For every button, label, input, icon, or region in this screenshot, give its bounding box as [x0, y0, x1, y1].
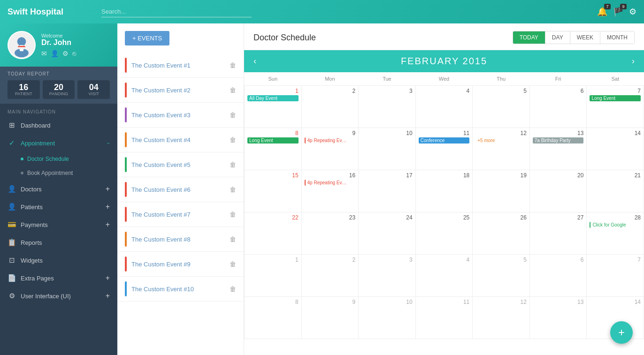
list-item[interactable]: The Custom Event #8 🗑: [117, 227, 244, 252]
list-item[interactable]: The Custom Event #2 🗑: [117, 78, 244, 103]
nav-item-doctors[interactable]: 👤 Doctors +: [0, 180, 117, 198]
settings-icon[interactable]: ⚙: [62, 50, 69, 57]
cal-cell[interactable]: 13 7a Birthday Party: [529, 128, 587, 170]
nav-item-reports[interactable]: 📋 Reports: [0, 234, 117, 251]
logout-icon[interactable]: ⎋: [72, 50, 76, 57]
nav-item-dashboard[interactable]: ⊞ Dashboard: [0, 116, 117, 134]
prev-month-button[interactable]: ‹: [249, 54, 261, 68]
fab-button[interactable]: +: [610, 321, 633, 344]
delete-icon[interactable]: 🗑: [230, 86, 236, 94]
day-number: 28: [590, 214, 641, 221]
cal-event[interactable]: 4p Repeating Ev…: [305, 137, 356, 144]
cal-cell[interactable]: 13: [529, 297, 587, 339]
view-today-button[interactable]: TODAY: [513, 31, 545, 44]
cal-cell[interactable]: 23: [301, 212, 359, 255]
cal-cell[interactable]: 1: [245, 255, 302, 297]
cal-cell[interactable]: 3: [359, 255, 416, 297]
cal-cell[interactable]: 6: [529, 255, 587, 297]
cal-cell[interactable]: 5: [473, 255, 530, 297]
cal-event[interactable]: 4p Repeating Ev…: [305, 180, 356, 186]
cal-cell[interactable]: 4: [415, 86, 473, 128]
cal-cell[interactable]: 11 Conference: [415, 128, 473, 170]
cal-cell[interactable]: 24: [359, 212, 416, 255]
cal-cell[interactable]: 25: [415, 212, 473, 255]
cal-cell[interactable]: 5: [473, 86, 530, 128]
view-day-button[interactable]: DAY: [545, 31, 570, 44]
notifications-btn[interactable]: 🔔 7: [597, 7, 607, 17]
delete-icon[interactable]: 🗑: [230, 235, 236, 243]
delete-icon[interactable]: 🗑: [230, 186, 236, 193]
search-input[interactable]: [101, 6, 252, 17]
list-item[interactable]: The Custom Event #7 🗑: [117, 202, 244, 227]
delete-icon[interactable]: 🗑: [230, 211, 236, 218]
nav-sub-book-appointment[interactable]: Book Appointment: [0, 166, 117, 180]
cal-cell[interactable]: 15: [245, 170, 302, 212]
list-item[interactable]: The Custom Event #6 🗑: [117, 177, 244, 202]
cal-cell[interactable]: 8 Long Event: [245, 128, 302, 170]
list-item[interactable]: The Custom Event #1 🗑: [117, 53, 244, 78]
cal-cell[interactable]: 21: [587, 170, 644, 212]
cal-cell[interactable]: 4: [415, 255, 473, 297]
cal-cell[interactable]: 19: [473, 170, 530, 212]
cal-cell[interactable]: 2: [301, 255, 359, 297]
cal-cell[interactable]: 20: [529, 170, 587, 212]
nav-item-ui[interactable]: ⚙ User Interface (UI) +: [0, 287, 117, 305]
table-row: 15 16 4p Repeating Ev… 17 18 19 20 21: [245, 170, 644, 212]
cal-cell[interactable]: 3: [359, 86, 416, 128]
cal-event[interactable]: Long Event: [247, 137, 299, 144]
delete-icon[interactable]: 🗑: [230, 260, 236, 268]
cal-cell[interactable]: 9 4p Repeating Ev…: [301, 128, 359, 170]
cal-cell[interactable]: 17: [359, 170, 416, 212]
cal-cell[interactable]: 12: [473, 297, 530, 339]
cal-cell[interactable]: 7: [587, 255, 644, 297]
cal-cell[interactable]: 28 Click for Google: [587, 212, 644, 255]
nav-sub-doctor-schedule[interactable]: Doctor Schedule: [0, 152, 117, 166]
cal-cell[interactable]: 16 4p Repeating Ev…: [301, 170, 359, 212]
delete-icon[interactable]: 🗑: [230, 136, 236, 144]
view-week-button[interactable]: WEEK: [570, 31, 600, 44]
cal-cell[interactable]: 8: [245, 297, 302, 339]
cal-event[interactable]: +5 more: [475, 137, 527, 144]
nav-item-patients[interactable]: 👤 Patients +: [0, 198, 117, 216]
delete-icon[interactable]: 🗑: [230, 61, 236, 69]
cal-event[interactable]: Long Event: [590, 95, 641, 101]
cal-cell[interactable]: 6: [529, 86, 587, 128]
next-month-button[interactable]: ›: [627, 54, 639, 68]
cal-cell[interactable]: 10: [359, 297, 416, 339]
cal-event[interactable]: Click for Google: [590, 222, 641, 228]
delete-icon[interactable]: 🗑: [230, 161, 236, 168]
flags-btn[interactable]: 🏴 9: [613, 7, 623, 17]
cal-cell[interactable]: 9: [301, 297, 359, 339]
list-item[interactable]: The Custom Event #5 🗑: [117, 152, 244, 177]
nav-item-extra-pages[interactable]: 📄 Extra Pages +: [0, 269, 117, 287]
cal-cell[interactable]: 1 All Day Event: [245, 86, 302, 128]
cal-cell[interactable]: 11: [415, 297, 473, 339]
user-icon[interactable]: 👤: [51, 50, 59, 57]
cal-cell[interactable]: 27: [529, 212, 587, 255]
cal-event[interactable]: All Day Event: [247, 95, 299, 101]
message-icon[interactable]: ✉: [41, 50, 47, 57]
add-event-button[interactable]: + EVENTS: [125, 31, 169, 45]
cal-cell[interactable]: 12 +5 more: [473, 128, 530, 170]
settings-btn[interactable]: ⚙: [629, 7, 636, 17]
cal-cell[interactable]: 10: [359, 128, 416, 170]
cal-cell[interactable]: 7 Long Event: [587, 86, 644, 128]
list-item[interactable]: The Custom Event #3 🗑: [117, 103, 244, 128]
cal-cell[interactable]: 18: [415, 170, 473, 212]
cal-cell[interactable]: 14: [587, 128, 644, 170]
delete-icon[interactable]: 🗑: [230, 285, 236, 293]
cal-cell[interactable]: 26: [473, 212, 530, 255]
cal-cell[interactable]: 22: [245, 212, 302, 255]
list-item[interactable]: The Custom Event #10 🗑: [117, 277, 244, 302]
view-month-button[interactable]: MONTH: [600, 31, 634, 44]
cal-event[interactable]: Conference: [419, 137, 470, 144]
delete-icon[interactable]: 🗑: [230, 111, 236, 119]
stat-panding: 20 Panding: [43, 80, 75, 99]
cal-cell[interactable]: 2: [301, 86, 359, 128]
nav-item-widgets[interactable]: ⊡ Widgets: [0, 251, 117, 269]
nav-item-payments[interactable]: 💳 Payments +: [0, 216, 117, 234]
list-item[interactable]: The Custom Event #4 🗑: [117, 128, 244, 152]
cal-event[interactable]: 7a Birthday Party: [533, 137, 584, 144]
nav-item-appointment[interactable]: ✓ Appointment −: [0, 134, 117, 152]
list-item[interactable]: The Custom Event #9 🗑: [117, 252, 244, 277]
